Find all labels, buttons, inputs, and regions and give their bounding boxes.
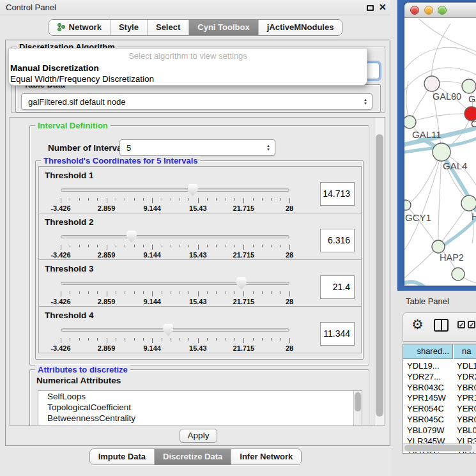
network-node[interactable] (452, 268, 464, 280)
network-node[interactable] (404, 116, 416, 128)
threshold-value-field[interactable]: 14.713 (320, 182, 355, 206)
threshold-value-field[interactable]: 11.344 (320, 322, 355, 346)
table-row[interactable]: YBR043CYBR0 (403, 383, 476, 392)
slider-track[interactable] (61, 282, 289, 285)
threshold-value-field[interactable]: 6.316 (320, 229, 355, 252)
node-table: shared... na YDL19...YDL1YDR27...YDR2YBR… (403, 344, 476, 454)
cell-name: YER0 (457, 404, 476, 413)
slider-handle[interactable] (236, 277, 247, 289)
checkbox-icon[interactable]: ✓ (468, 321, 475, 328)
tab-infer-network[interactable]: Infer Network (231, 449, 301, 464)
tab-jactivemnodules[interactable]: jActiveMNodules (259, 20, 342, 35)
threshold-slider: -3.4262.8599.14415.4321.71528 (61, 231, 289, 259)
tick-mark (134, 291, 135, 294)
list-item[interactable]: SelfLoops (38, 391, 362, 402)
attributes-group-label: Attributes to discretize (35, 365, 130, 374)
tab-label: Style (119, 22, 139, 32)
table-row[interactable]: YDR27...YDR2 (403, 372, 476, 381)
slider-handle[interactable] (127, 231, 137, 243)
list-item[interactable]: TopologicalCoefficient (38, 402, 362, 413)
tick-mark (97, 245, 98, 247)
slider-track[interactable] (61, 188, 289, 192)
tab-discretize-data[interactable]: Discretize Data (155, 449, 231, 464)
tick-mark (198, 198, 199, 203)
column-header-shared-name[interactable]: shared... (403, 344, 453, 359)
network-node[interactable] (432, 240, 445, 253)
network-node-label: GA (468, 94, 476, 104)
minimize-traffic-light-icon[interactable] (424, 6, 433, 15)
column-header-name[interactable]: na (454, 344, 476, 359)
tab-impute-data[interactable]: Impute Data (90, 449, 155, 464)
tab-label: Discretize Data (163, 452, 222, 461)
network-window-titlebar[interactable] (404, 3, 476, 18)
tick-label: 9.144 (143, 204, 161, 212)
tab-select[interactable]: Select (148, 20, 189, 35)
tab-cyni-toolbox[interactable]: Cyni Toolbox (189, 20, 258, 35)
list-item[interactable]: BetweennessCentrality (38, 413, 362, 424)
checkbox-icon[interactable]: ✓ (457, 321, 465, 328)
threshold-row: Threshold 3-3.4262.8599.14415.4321.71528… (38, 259, 362, 307)
slider-handle[interactable] (188, 184, 198, 196)
tick-mark (125, 338, 125, 341)
settings-vertical-scrollbar[interactable] (374, 118, 385, 426)
combo-spinner-icon: ▲▼ (364, 98, 367, 105)
tick-mark (234, 338, 235, 341)
cell-shared-name: YDL19... (403, 361, 440, 371)
num-intervals-combo[interactable]: 5 ▲▼ (119, 139, 275, 156)
slider-track[interactable] (61, 328, 289, 332)
tab-label: jActiveMNodules (267, 22, 334, 32)
popup-option-manual[interactable]: Manual Discretization (10, 63, 99, 73)
table-row[interactable]: YER054CYER0 (403, 404, 476, 413)
control-panel-titlebar: Control Panel ✕ (0, 0, 390, 15)
tick-label: -3.426 (50, 298, 70, 305)
tick-mark (243, 245, 244, 250)
app-root: Control Panel ✕ NetworkStyleSelectCyni T… (0, 0, 476, 476)
apply-button[interactable]: Apply (180, 429, 217, 443)
network-node-label: HAP2 (440, 252, 464, 263)
close-icon[interactable]: ✕ (379, 2, 387, 12)
threshold-rows: Threshold 1-3.4262.8599.14415.4321.71528… (38, 166, 362, 353)
network-canvas[interactable]: GAL80GAGAL11CGAL4GCY1HHAP2 (404, 19, 476, 286)
network-node-label: GAL11 (412, 129, 441, 140)
threshold-label: Threshold 1 (45, 171, 94, 180)
split-columns-icon[interactable] (434, 319, 449, 332)
cell-shared-name: YBR045C (403, 415, 444, 424)
zoom-traffic-light-icon[interactable] (438, 6, 447, 15)
tick-label: -3.426 (50, 204, 70, 212)
numerical-attributes-list[interactable]: SelfLoopsTopologicalCoefficientBetweenne… (38, 390, 362, 426)
table-row[interactable]: YBL079WYBL0 (403, 426, 476, 435)
popup-option-equal-width[interactable]: Equal Width/Frequency Discretization (10, 74, 154, 84)
network-node[interactable] (433, 143, 450, 161)
slider-handle[interactable] (163, 324, 173, 336)
table-row[interactable]: YPR145WYPR1 (403, 393, 476, 403)
tick-mark (171, 198, 171, 201)
settings-scroll-area: Interval Definition Number of Intervals … (10, 117, 385, 426)
close-traffic-light-icon[interactable] (410, 6, 419, 15)
list-scrollbar[interactable] (353, 391, 362, 426)
tick-mark (262, 338, 263, 341)
tab-network[interactable]: Network (49, 20, 111, 35)
tab-style[interactable]: Style (111, 20, 148, 35)
bottom-tabs-segmented-control: Impute DataDiscretize DataInfer Network (89, 449, 302, 465)
table-panel-title: Table Panel (406, 296, 449, 306)
float-window-icon[interactable] (367, 5, 374, 11)
tick-mark (70, 338, 70, 341)
table-data-combo[interactable]: galFiltered.sif default node ▲▼ (21, 93, 372, 110)
network-node[interactable] (424, 76, 440, 91)
algorithm-popup: Select algorithm to view settings Manual… (8, 48, 367, 86)
interval-definition-group: Interval Definition Number of Intervals … (29, 125, 369, 365)
network-node[interactable] (404, 200, 411, 210)
table-row[interactable]: YDL19...YDL1 (403, 361, 476, 371)
network-node[interactable] (461, 196, 476, 211)
network-node[interactable] (462, 79, 476, 93)
table-row[interactable]: YBR045CYBR0 (403, 415, 476, 424)
tick-mark (216, 245, 217, 247)
tick-mark (226, 338, 226, 341)
threshold-slider: -3.4262.8599.14415.4321.71528 (61, 324, 289, 352)
table-horizontal-scrollbar[interactable] (403, 443, 476, 452)
gear-icon[interactable]: ⚙ (411, 317, 424, 332)
tick-mark (134, 198, 135, 201)
slider-track[interactable] (61, 235, 289, 238)
threshold-value-field[interactable]: 21.4 (320, 275, 355, 299)
tick-mark (61, 198, 61, 203)
